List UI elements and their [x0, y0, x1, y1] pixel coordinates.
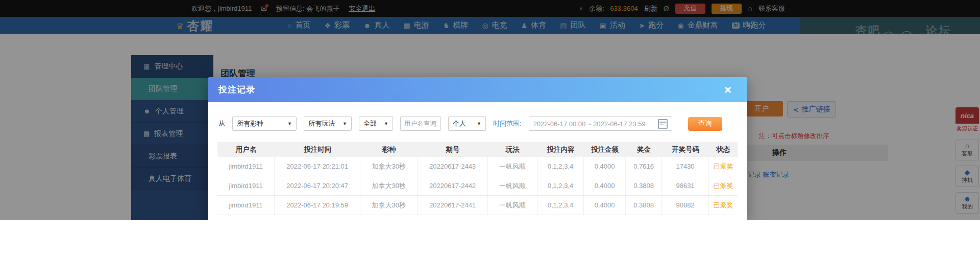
cell-amount: 0.4000 — [584, 157, 626, 176]
cell-prize: 0.3808 — [626, 176, 662, 195]
table-header-cell[interactable]: 开奖号码 — [662, 142, 709, 157]
play-type-select[interactable]: 所有玩法 ▼ — [304, 116, 352, 131]
table-row: jimbird1911 2022-06-17 20:21:01 加拿大30秒 2… — [217, 157, 738, 176]
table-header-cell[interactable]: 玩法 — [488, 142, 537, 157]
table-header-cell[interactable]: 用户名 — [217, 142, 275, 157]
cell-lottery: 加拿大30秒 — [360, 196, 418, 215]
cell-bet-time: 2022-06-17 20:19:59 — [275, 196, 360, 215]
cell-result: 17430 — [662, 157, 709, 176]
table-header-cell[interactable]: 投注时间 — [275, 142, 360, 157]
cell-lottery: 加拿大30秒 — [360, 176, 418, 195]
table-body: jimbird1911 2022-06-17 20:21:01 加拿大30秒 2… — [217, 157, 738, 215]
modal-title: 投注记录 — [218, 84, 255, 96]
cell-amount: 0.4000 — [584, 176, 626, 195]
cell-bet-time: 2022-06-17 20:21:01 — [275, 157, 360, 176]
cell-play: 一帆风顺 — [488, 176, 537, 195]
cell-content: 0,1,2,3,4 — [537, 157, 584, 176]
table-row: jimbird1911 2022-06-17 20:19:59 加拿大30秒 2… — [217, 196, 738, 215]
betting-records-table: 用户名投注时间彩种期号玩法投注内容投注金额奖金开奖号码状态 jimbird191… — [217, 142, 738, 215]
cell-amount: 0.4000 — [584, 196, 626, 215]
cell-content: 0,1,2,3,4 — [537, 196, 584, 215]
cell-username: jimbird1911 — [217, 157, 275, 176]
cell-bet-time: 2022-06-17 20:20:47 — [275, 176, 360, 195]
table-row: jimbird1911 2022-06-17 20:20:47 加拿大30秒 2… — [217, 176, 738, 196]
select-arrow-icon: ▼ — [342, 121, 347, 126]
select-arrow-icon: ▼ — [287, 121, 292, 126]
cell-issue: 20220617-2443 — [418, 157, 488, 176]
cell-issue: 20220617-2442 — [418, 176, 488, 195]
cell-play: 一帆风顺 — [488, 196, 537, 215]
status-filter-value: 全部 — [363, 119, 377, 128]
username-search-input[interactable] — [400, 116, 441, 131]
cell-prize: 0.7616 — [626, 157, 662, 176]
table-header-cell[interactable]: 彩种 — [360, 142, 418, 157]
cell-username: jimbird1911 — [217, 176, 275, 195]
play-type-value: 所有玩法 — [308, 119, 335, 128]
cell-prize: 0.3808 — [626, 196, 662, 215]
search-button[interactable]: 查询 — [688, 117, 722, 131]
lottery-type-value: 所有彩种 — [237, 119, 263, 128]
lottery-type-select[interactable]: 所有彩种 ▼ — [232, 116, 297, 131]
date-range-value: 2022-06-17 00:00 ~ 2022-06-17 23:59 — [533, 120, 646, 128]
browser-viewport: 欢迎您，jimbird1911 ✉ 预留信息: 会飞的燕子 安全退出 ∨ 余额:… — [0, 0, 980, 220]
table-header-row: 用户名投注时间彩种期号玩法投注内容投注金额奖金开奖号码状态 — [217, 142, 738, 157]
cell-status-badge: 已派奖 — [709, 176, 738, 195]
table-header-cell[interactable]: 期号 — [418, 142, 488, 157]
cell-play: 一帆风顺 — [488, 157, 537, 176]
from-label: 从 — [218, 119, 225, 128]
betting-records-modal: 投注记录 × 从 所有彩种 ▼ 所有玩法 ▼ 全部 ▼ — [208, 77, 747, 220]
cell-lottery: 加拿大30秒 — [360, 157, 418, 176]
time-range-label: 时间范围: — [493, 119, 522, 128]
cell-issue: 20220617-2441 — [418, 196, 488, 215]
status-filter-select[interactable]: 全部 ▼ — [359, 116, 393, 131]
cell-result: 90882 — [662, 196, 709, 215]
screen: 欢迎您，jimbird1911 ✉ 预留信息: 会飞的燕子 安全退出 ∨ 余额:… — [0, 0, 980, 280]
cell-content: 0,1,2,3,4 — [537, 176, 584, 195]
cell-status-badge: 已派奖 — [709, 196, 738, 215]
close-icon[interactable]: × — [724, 84, 731, 96]
select-arrow-icon: ▼ — [384, 121, 388, 126]
cell-username: jimbird1911 — [217, 196, 275, 215]
table-header-cell[interactable]: 投注金额 — [584, 142, 626, 157]
date-range-input[interactable]: 2022-06-17 00:00 ~ 2022-06-17 23:59 — [529, 116, 672, 131]
filter-bar: 从 所有彩种 ▼ 所有玩法 ▼ 全部 ▼ 个人 ▼ 时间范围: — [218, 116, 747, 131]
scope-select[interactable]: 个人 ▼ — [448, 116, 486, 131]
scope-value: 个人 — [453, 119, 466, 128]
cell-status-badge: 已派奖 — [709, 157, 738, 176]
table-header-cell[interactable]: 奖金 — [626, 142, 662, 157]
calendar-icon[interactable] — [658, 119, 668, 129]
select-arrow-icon: ▼ — [477, 121, 481, 126]
table-header-cell[interactable]: 投注内容 — [537, 142, 584, 157]
table-header-cell[interactable]: 状态 — [709, 142, 738, 157]
modal-header: 投注记录 × — [208, 77, 747, 102]
cell-result: 98631 — [662, 176, 709, 195]
